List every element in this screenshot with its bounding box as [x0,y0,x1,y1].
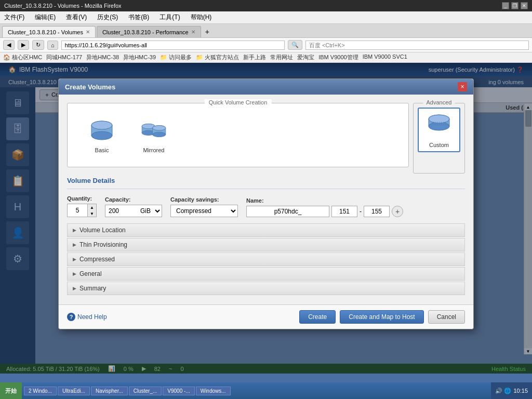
custom-volume-icon [425,112,453,139]
accordion-summary: ▶ Summary [67,282,465,295]
browser-title: Cluster_10.3.8.210 - Volumes - Mozilla F… [4,3,122,9]
menu-edit[interactable]: 编辑(E) [34,12,57,22]
name-input[interactable] [246,206,329,217]
search-input[interactable] [305,41,529,50]
accordion-general-header[interactable]: ▶ General [68,268,464,280]
taskbar-item-2[interactable]: Navispher... [91,387,128,395]
bookmark-0[interactable]: 🏠 核心区HMC [3,54,42,61]
help-icon: ? [67,313,75,321]
taskbar-item-0[interactable]: 2 Windo... [24,387,57,395]
basic-volume-icon [88,117,115,144]
forward-btn[interactable]: ▶ [18,40,29,50]
accordion-compressed-header[interactable]: ▶ Compressed [68,253,464,265]
capacity-unit-select[interactable]: GiB TiB MiB [136,205,162,217]
minimize-btn[interactable]: _ [502,2,509,9]
add-range-btn[interactable]: + [392,206,403,217]
capacity-input[interactable] [105,205,136,217]
basic-label: Basic [95,147,109,153]
accordion-volume-location: ▶ Volume Location [67,223,465,237]
bookmark-7[interactable]: 常用网址 [270,54,293,61]
menu-bookmarks[interactable]: 书签(B) [127,12,150,22]
modal-overlay: Create Volumes × Quick Volume Creation [0,63,532,374]
start-button[interactable]: 开始 [0,382,22,399]
name-label: Name: [246,197,403,204]
cancel-btn[interactable]: Cancel [428,310,465,324]
bookmark-9[interactable]: IBM V9000管理 [318,54,358,61]
volume-type-basic[interactable]: Basic [82,114,122,156]
menu-help[interactable]: 帮助(H) [190,12,213,22]
bookmark-4[interactable]: 📁 访问最多 [160,54,192,61]
accordion-volume-location-header[interactable]: ▶ Volume Location [68,224,464,236]
create-btn[interactable]: Create [299,310,336,324]
advanced-section: Advanced [413,103,465,174]
accordion-summary-header[interactable]: ▶ Summary [68,282,464,295]
dialog-footer: ? Need Help Create Create and Map to Hos… [59,304,473,329]
bookmark-6[interactable]: 新手上路 [243,54,266,61]
url-input[interactable] [61,41,285,50]
tab-performance[interactable]: Cluster_10.3.8.210 - Performance ✕ [97,26,201,37]
restore-btn[interactable]: ❐ [511,2,518,9]
accordion-label-0: Volume Location [79,227,126,234]
taskbar-item-1[interactable]: UltraEdi... [58,387,90,395]
capacity-savings-group: Capacity savings: None Compressed Dedupl… [170,196,238,217]
capacity-savings-select[interactable]: None Compressed Deduplicated [170,205,238,217]
range-start-input[interactable] [331,206,357,217]
bookmark-2[interactable]: 异地HMC-38 [86,54,119,61]
help-link[interactable]: ? Need Help [67,313,107,321]
mirrored-label: Mirrored [143,147,165,153]
bookmark-8[interactable]: 爱淘宝 [297,54,314,61]
app-area: 🏠 IBM FlashSystem V9000 superuser (Secur… [0,63,532,374]
close-btn[interactable]: ✕ [521,2,528,9]
svg-point-10 [153,132,166,137]
volume-type-custom[interactable]: Custom [418,108,460,152]
name-range: - + [246,206,403,217]
menu-view[interactable]: 查看(V) [65,12,88,22]
quantity-up[interactable]: ▲ [88,204,96,210]
quantity-input[interactable] [67,204,88,217]
dialog-body: Quick Volume Creation [59,95,473,304]
capacity-label: Capacity: [105,196,162,203]
reload-btn[interactable]: ↻ [32,40,44,50]
quantity-spinner-btns: ▲ ▼ [88,204,97,217]
accordion-arrow-3: ▶ [73,271,76,276]
svg-point-11 [153,126,166,130]
quantity-down[interactable]: ▼ [88,210,96,217]
quantity-spinner: ▲ ▼ [67,204,97,217]
volume-details-header: Volume Details [67,174,465,189]
taskbar-tray: 🔊 🌐 10:15 [491,382,532,399]
accordion-label-3: General [79,270,102,277]
home-btn[interactable]: ⌂ [47,41,58,50]
menu-tools[interactable]: 工具(T) [158,12,181,22]
taskbar-item-3[interactable]: Cluster_... [129,387,162,395]
tab-performance-close[interactable]: ✕ [191,29,195,35]
dialog-close-btn[interactable]: × [458,82,467,91]
svg-point-2 [91,131,112,140]
volume-type-mirrored[interactable]: Mirrored [134,114,174,156]
tab-volumes-close[interactable]: ✕ [86,29,90,35]
create-map-btn[interactable]: Create and Map to Host [340,310,423,324]
help-label: Need Help [77,313,107,321]
quick-volume-creation: Quick Volume Creation [67,103,409,167]
back-btn[interactable]: ◀ [3,40,15,50]
bookmark-10[interactable]: IBM V9000 SVC1 [363,54,407,61]
bookmark-5[interactable]: 📁 火狐官方站点 [196,54,239,61]
search-btn[interactable]: 🔍 [288,40,302,50]
svg-point-3 [91,121,112,129]
create-volumes-dialog: Create Volumes × Quick Volume Creation [58,78,474,329]
name-group: Name: - + [246,197,403,217]
taskbar-item-5[interactable]: Windows... [196,387,231,395]
range-end-input[interactable] [364,206,390,217]
new-tab-btn[interactable]: + [202,26,212,37]
accordion-arrow-4: ▶ [73,286,76,291]
tab-volumes[interactable]: Cluster_10.3.8.210 - Volumes ✕ [2,26,96,37]
accordion-thin-provisioning-header[interactable]: ▶ Thin Provisioning [68,238,464,251]
bookmark-3[interactable]: 异地HMC-39 [123,54,156,61]
taskbar-item-4[interactable]: V9000 -... [163,387,194,395]
taskbar-items: 2 Windo... UltraEdi... Navispher... Clus… [22,385,491,396]
window-controls: _ ❐ ✕ [502,2,528,9]
menu-history[interactable]: 历史(S) [96,12,119,22]
tab-performance-label: Cluster_10.3.8.210 - Performance [102,29,189,35]
bookmark-1[interactable]: 同城HMC-177 [46,54,82,61]
accordion-arrow-2: ▶ [73,257,76,262]
menu-file[interactable]: 文件(F) [3,12,25,22]
